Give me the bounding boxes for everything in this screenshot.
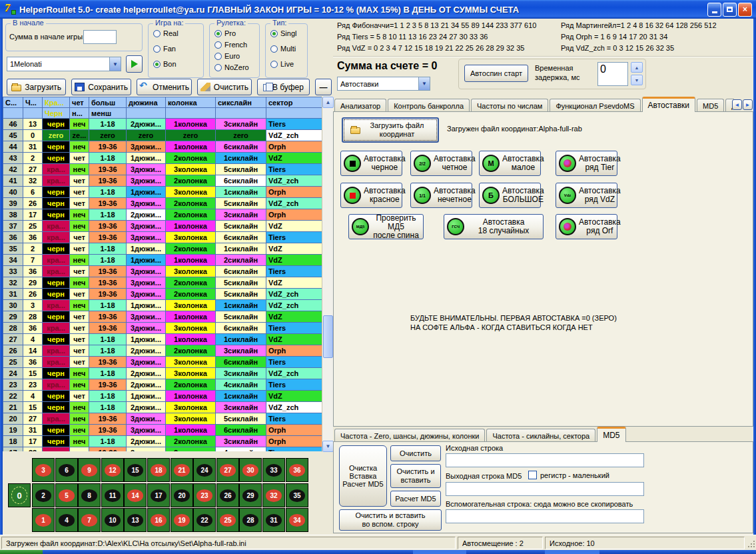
table-row[interactable]: 303кра...неч1-181дюжи...3колонка1сиклайн…	[3, 300, 322, 311]
roulette-cell-6[interactable]: 6	[55, 458, 78, 482]
roulette-cell-30[interactable]: 30	[239, 458, 262, 482]
autostake-vdz-button[interactable]: VdzАвтоставкаряд VdZ	[556, 183, 617, 208]
roulette-cell-11[interactable]: 11	[101, 483, 124, 507]
radio-icon[interactable]	[214, 30, 222, 37]
table-row[interactable]: 2027кра...неч19-363дюжи...3колонка5сикла…	[3, 413, 322, 425]
roulette-cell-10[interactable]: 10	[101, 508, 124, 532]
md5-big-button[interactable]: Очистка Вставка Расчет MD5	[339, 445, 387, 507]
radio-icon[interactable]	[214, 41, 222, 49]
roulette-cell-9[interactable]: 9	[78, 458, 101, 482]
md5-calc-button[interactable]: Расчет MD5	[390, 491, 441, 507]
roulette-cell-16[interactable]: 16	[147, 508, 170, 532]
roulette-cell-35[interactable]: 35	[286, 483, 308, 507]
table-row[interactable]: 2836кра...чет19-363дюжи...3колонка6сикла…	[3, 323, 322, 334]
table-row[interactable]: 352чернчет1-181дюжи...2колонка1сиклайнVd…	[3, 243, 322, 255]
md5-clear-button[interactable]: Очистить	[390, 445, 441, 461]
roulette-cell-25[interactable]: 25	[216, 508, 239, 532]
grid-scrollbar[interactable]: ▲ ▼	[322, 97, 333, 452]
table-row[interactable]: 4613черннеч1-182дюжи...1колонка3сиклайнT…	[3, 119, 322, 130]
tab-3[interactable]: Функционал PsevdoMS	[550, 99, 640, 112]
play-button[interactable]	[126, 55, 143, 73]
radio-icon[interactable]	[270, 30, 278, 37]
md5-clear-paste-button[interactable]: Очистить и вставить	[390, 464, 441, 488]
minimize-button[interactable]	[707, 3, 721, 17]
chevron-down-icon[interactable]: ▼	[418, 77, 430, 90]
table-row[interactable]: 450zeroze...zerozerozerozeroVdZ_zch	[3, 130, 322, 141]
table-row[interactable]: 274чернчет1-181дюжи...1колонка1сиклайнVd…	[3, 334, 322, 345]
table-row[interactable]: 3126чернчет19-363дюжи...2колонка5сиклайн…	[3, 289, 322, 300]
table-row[interactable]: 406чернчет1-181дюжи...3колонка1сиклайнOr…	[3, 187, 322, 198]
save-button[interactable]: Сохранить	[71, 79, 131, 95]
radio-option-pro[interactable]: Pro	[214, 29, 236, 37]
autostake-small-button[interactable]: МАвтоставкамалое	[479, 151, 541, 176]
radio-icon[interactable]	[214, 64, 222, 71]
radio-icon[interactable]	[153, 45, 161, 53]
roulette-cell-12[interactable]: 12	[101, 458, 124, 482]
roulette-cell-2[interactable]: 2	[32, 483, 55, 507]
roulette-cell-36[interactable]: 36	[286, 458, 308, 482]
autostake-md5-check-button[interactable]: МД5Проверить МД5после спина	[348, 214, 424, 239]
close-button[interactable]: ×	[738, 3, 752, 17]
scroll-up-icon[interactable]: ▲	[322, 97, 334, 108]
table-row[interactable]: 3817черннеч1-182дюжи...2колонка3сиклайнO…	[3, 209, 322, 221]
table-row[interactable]: 4431черннеч19-363дюжи...1колонка6сиклайн…	[3, 141, 322, 153]
roulette-cell-32[interactable]: 32	[262, 483, 285, 507]
roulette-cell-31[interactable]: 31	[262, 508, 285, 532]
radio-option-bon[interactable]: Bon	[153, 60, 177, 68]
table-row[interactable]: 2614кра...чет1-182дюжи...2колонка3сиклай…	[3, 345, 322, 357]
spinner-up-icon[interactable]: ▲	[631, 62, 643, 73]
table-row[interactable]: 1931черннеч19-363дюжи...1колонка6сиклайн…	[3, 425, 322, 436]
roulette-cell-29[interactable]: 29	[239, 483, 262, 507]
register-checkbox[interactable]	[528, 471, 537, 479]
freq-tab-0[interactable]: Частота - Zero, шансы, дюжины, колонки	[334, 429, 485, 442]
roulette-cell-13[interactable]: 13	[124, 508, 147, 532]
table-row[interactable]: 432чернчет1-181дюжи...2колонка1сиклайнVd…	[3, 153, 322, 164]
radio-option-multi[interactable]: Multi	[270, 45, 296, 53]
roulette-cell-24[interactable]: 24	[193, 458, 216, 482]
freq-tab-2[interactable]: MD5	[597, 427, 625, 442]
scrollbar-thumb[interactable]	[323, 315, 333, 358]
clear-button[interactable]: Очистить	[197, 79, 251, 95]
roulette-cell-4[interactable]: 4	[55, 508, 78, 532]
radio-option-live[interactable]: Live	[270, 60, 294, 68]
table-row[interactable]: 3636кра...чет19-363дюжи...3колонка6сикла…	[3, 232, 322, 243]
radio-icon[interactable]	[153, 30, 161, 37]
autostake-random18-button[interactable]: ГСЧАвтоставка18 случайных	[444, 214, 544, 239]
roulette-cell-15[interactable]: 15	[124, 458, 147, 482]
radio-icon[interactable]	[214, 53, 222, 60]
table-row[interactable]: 1733кра...чет19-363дюжи...2колонка4сикла…	[3, 447, 322, 451]
strategy-combo[interactable]: 1Melonati ▼	[7, 57, 121, 71]
table-row[interactable]: 224чернчет1-181дюжи...1колонка1сиклайнVd…	[3, 391, 322, 402]
tab-5[interactable]: MD5	[697, 99, 724, 112]
collapse-button[interactable]: —	[315, 79, 332, 95]
table-row[interactable]: 3336кра...чет19-363дюжи...3колонка6сикла…	[3, 266, 322, 277]
roulette-cell-14[interactable]: 14	[124, 483, 147, 507]
delay-spinner-field[interactable]: 0	[597, 62, 628, 86]
table-row[interactable]: 1817черннеч1-182дюжи...2колонка3сиклайнO…	[3, 436, 322, 447]
table-row[interactable]: 2928чернчет19-363дюжи...1колонка5сиклайн…	[3, 311, 322, 323]
autostake-even-button[interactable]: 2/2Автоставкачетное	[410, 151, 472, 176]
freq-tab-1[interactable]: Частота - сиклайны, сектора	[486, 429, 595, 442]
md5-clear-paste-aux-button[interactable]: Очистить и вставить во вспом. строку	[339, 509, 442, 531]
scroll-down-icon[interactable]: ▼	[322, 441, 334, 452]
roulette-cell-33[interactable]: 33	[262, 458, 285, 482]
chevron-down-icon[interactable]: ▼	[109, 57, 121, 71]
tab-0[interactable]: Анализатор	[334, 99, 386, 112]
table-row[interactable]: 3926чернчет19-363дюжи...2колонка5сиклайн…	[3, 198, 322, 209]
table-row[interactable]: 3725кра...неч19-363дюжи...1колонка5сикла…	[3, 221, 322, 232]
table-row[interactable]: 2115черннеч1-182дюжи...3колонка3сиклайнV…	[3, 402, 322, 413]
table-row[interactable]: 4227кра...неч19-363дюжи...3колонка5сикла…	[3, 164, 322, 175]
roulette-cell-19[interactable]: 19	[171, 508, 193, 532]
radio-icon[interactable]	[153, 61, 161, 68]
radio-option-french[interactable]: French	[214, 41, 247, 49]
table-row[interactable]: 4132кра...чет19-363дюжи...2колонка6сикла…	[3, 175, 322, 187]
radio-option-nozero[interactable]: NoZero	[214, 63, 249, 71]
roulette-cell-3[interactable]: 3	[32, 458, 55, 482]
autostake-red-button[interactable]: Автоставкакрасное	[340, 183, 402, 208]
spinner-down-icon[interactable]: ▼	[631, 75, 643, 85]
tab-4[interactable]: Автоставки	[642, 97, 696, 112]
roulette-cell-1[interactable]: 1	[32, 508, 55, 532]
table-row[interactable]: 347кра...неч1-181дюжи...1колонка2сиклайн…	[3, 255, 322, 266]
roulette-cell-20[interactable]: 20	[171, 483, 193, 507]
autostake-odd-button[interactable]: 1/1Автоставканечетное	[410, 183, 472, 208]
